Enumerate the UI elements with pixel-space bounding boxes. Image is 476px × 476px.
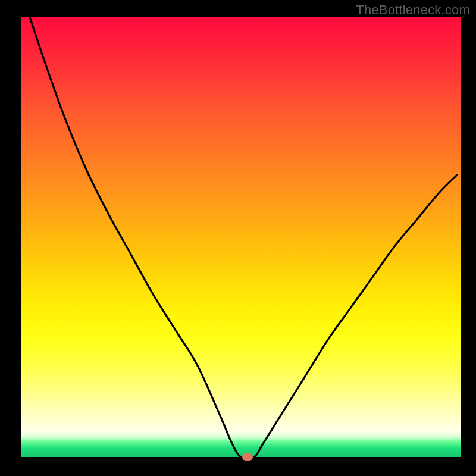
bottleneck-curve <box>21 17 461 457</box>
chart-container: TheBottleneck.com <box>0 0 476 476</box>
watermark-text: TheBottleneck.com <box>356 2 470 18</box>
optimal-point-marker <box>242 453 253 461</box>
